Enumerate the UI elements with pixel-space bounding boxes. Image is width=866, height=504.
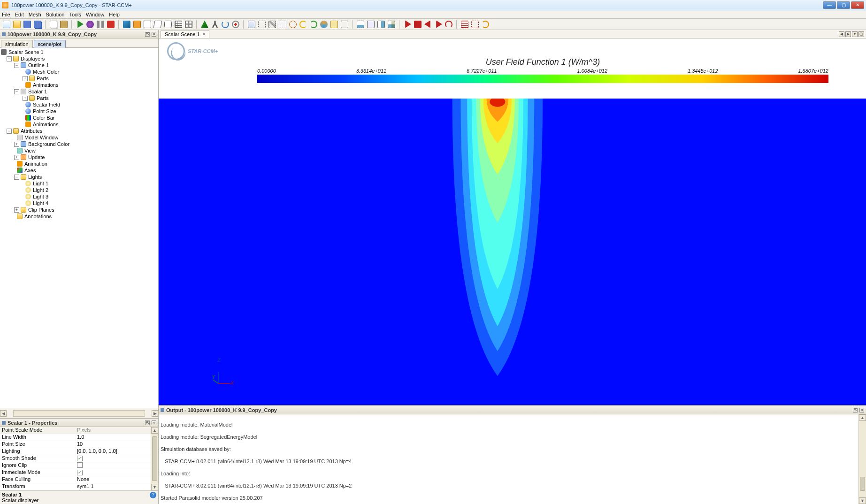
tree-displayers[interactable]: Displayers — [21, 56, 45, 61]
twisty-icon[interactable]: + — [23, 76, 28, 81]
toolbar-linkgraph-icon[interactable] — [367, 21, 375, 28]
toolbar-swirl-icon[interactable] — [320, 21, 328, 28]
window-minimize-button[interactable]: — — [823, 1, 836, 9]
toolbar-step-icon[interactable] — [86, 21, 94, 28]
toolbar-wireframe-icon[interactable] — [175, 21, 182, 28]
tree-pointsize[interactable]: Point Size — [33, 108, 56, 114]
twisty-icon[interactable]: + — [14, 155, 19, 160]
toolbar-save-icon[interactable] — [23, 21, 31, 28]
tree-panel[interactable]: Scalar Scene 1 −Displayers −Outline 1 Me… — [0, 48, 158, 408]
toolbar-undo-icon[interactable] — [299, 21, 307, 28]
toolbar-target-icon[interactable] — [232, 21, 239, 28]
prop-immediate-checkbox[interactable]: ✓ — [77, 470, 83, 475]
prop-pointsize-value[interactable]: 10 — [75, 441, 158, 448]
prop-smoothshade-checkbox[interactable]: ✓ — [77, 456, 83, 461]
toolbar-saveall-icon[interactable] — [34, 21, 41, 28]
menu-tools[interactable]: Tools — [69, 12, 81, 17]
tree-modelwindow[interactable]: Model Window — [24, 135, 58, 140]
toolbar-selbox-icon[interactable] — [471, 21, 479, 28]
twisty-icon[interactable]: − — [7, 56, 12, 61]
tree-light1[interactable]: Light 1 — [33, 181, 48, 186]
tree-anim-scalar[interactable]: Animations — [33, 122, 58, 127]
toolbar-new-icon[interactable] — [3, 21, 10, 28]
toolbar-initsolver-icon[interactable] — [123, 21, 130, 28]
twisty-icon[interactable]: + — [14, 142, 19, 147]
toolbar-anim-prev-icon[interactable] — [424, 21, 432, 28]
toolbar-open-icon[interactable] — [13, 21, 21, 28]
toolbar-paste-icon[interactable] — [60, 21, 68, 28]
toolbar-quadgraph-icon[interactable] — [388, 21, 395, 28]
scene-viewport[interactable]: STAR-CCM+ User Field Function 1 (W/m^3) … — [159, 38, 866, 405]
toolbar-probe-icon[interactable] — [201, 21, 208, 28]
help-icon[interactable]: ? — [150, 492, 156, 498]
tree-lights[interactable]: Lights — [28, 174, 42, 180]
toolbar-anim-stop-icon[interactable] — [414, 21, 422, 28]
prop-transform-value[interactable]: sym1 1 — [75, 483, 158, 490]
prop-faceculling-value[interactable]: None — [75, 476, 158, 483]
panel-close-icon[interactable]: × — [152, 420, 156, 425]
menu-window[interactable]: Window — [86, 12, 104, 17]
menu-edit[interactable]: Edit — [15, 12, 24, 17]
panel-pin-icon[interactable]: ⇱ — [145, 420, 150, 425]
tree-light4[interactable]: Light 4 — [33, 200, 48, 206]
tree-parts-outline[interactable]: Parts — [37, 76, 49, 81]
toolbar-selgrid-icon[interactable] — [461, 21, 468, 28]
toolbar-walk-icon[interactable] — [211, 21, 219, 28]
toolbar-anim-play-icon[interactable] — [404, 21, 411, 28]
props-vscroll[interactable]: ▲▼ — [151, 427, 158, 490]
window-maximize-button[interactable]: ▢ — [837, 1, 850, 9]
menu-mesh[interactable]: Mesh — [29, 12, 41, 17]
window-close-button[interactable]: ✕ — [851, 1, 864, 9]
tree-parts-scalar[interactable]: Parts — [37, 95, 49, 101]
twisty-icon[interactable]: − — [14, 175, 19, 180]
toolbar-graphbox-icon[interactable] — [357, 21, 364, 28]
menu-file[interactable]: File — [2, 12, 10, 17]
toolbar-anim-loop-icon[interactable] — [445, 21, 452, 28]
tree-clipplanes[interactable]: Clip Planes — [28, 207, 54, 213]
tree-bgcolor[interactable]: Background Color — [28, 141, 69, 147]
toolbar-refresh-icon[interactable] — [482, 21, 489, 28]
scene-tab[interactable]: Scalar Scene 1 × — [161, 30, 209, 38]
toolbar-cyl-icon[interactable] — [164, 21, 172, 28]
tab-sceneplot[interactable]: scene/plot — [34, 40, 66, 48]
prop-lighting-value[interactable]: [0.0, 1.0, 0.0, 1.0] — [75, 448, 158, 455]
toolbar-colgraph-icon[interactable] — [377, 21, 385, 28]
toolbar-grid-icon[interactable] — [185, 21, 192, 28]
twisty-icon[interactable]: − — [7, 129, 12, 134]
toolbar-stop-icon[interactable] — [107, 21, 115, 28]
toolbar-anim-next-icon[interactable] — [435, 21, 442, 28]
panel-pin-icon[interactable]: ⇱ — [145, 32, 150, 37]
tree-view[interactable]: View — [24, 148, 36, 153]
output-console[interactable]: Loading module: MaterialModel Loading mo… — [159, 414, 866, 504]
twisty-icon[interactable]: − — [14, 63, 19, 68]
toolbar-copy-icon[interactable] — [50, 21, 57, 28]
toolbar-prism-icon[interactable] — [144, 21, 151, 28]
toolbar-scene-circ-icon[interactable] — [289, 21, 297, 28]
toolbar-block-icon[interactable] — [153, 21, 162, 28]
tree-root[interactable]: Scalar Scene 1 — [8, 49, 44, 55]
tree-light2[interactable]: Light 2 — [33, 187, 48, 193]
prop-ignoreclip-checkbox[interactable] — [77, 462, 83, 468]
scene-nav-next-icon[interactable]: ▶ — [845, 31, 851, 37]
toolbar-spin-icon[interactable] — [222, 21, 229, 28]
tab-simulation[interactable]: simulation — [1, 40, 33, 48]
twisty-icon[interactable]: − — [14, 89, 19, 94]
tree-annotations[interactable]: Annotations — [24, 214, 52, 219]
twisty-icon[interactable]: + — [23, 96, 28, 101]
tree-update[interactable]: Update — [28, 154, 45, 160]
panel-pin-icon[interactable]: ⇱ — [853, 408, 858, 412]
tree-light3[interactable]: Light 3 — [33, 194, 48, 199]
tree-colorbar[interactable]: Color Bar — [33, 115, 54, 121]
properties-grid[interactable]: Point Scale ModePixels Line Width1.0 Poi… — [0, 427, 158, 490]
scene-nav-prev-icon[interactable]: ◀ — [839, 31, 844, 37]
tree-axes[interactable]: Axes — [24, 168, 36, 173]
toolbar-scene-box-icon[interactable] — [248, 21, 255, 28]
toolbar-scene-mesh-icon[interactable] — [268, 21, 276, 28]
menu-help[interactable]: Help — [109, 12, 120, 17]
toolbar-pause-icon[interactable] — [97, 21, 104, 28]
panel-close-icon[interactable]: × — [152, 32, 156, 37]
tree-scalar1[interactable]: Scalar 1 — [28, 89, 47, 94]
tree-anim-outline[interactable]: Animations — [33, 82, 58, 88]
toolbar-scene-select-icon[interactable] — [258, 21, 266, 28]
panel-close-icon[interactable]: × — [859, 408, 864, 412]
